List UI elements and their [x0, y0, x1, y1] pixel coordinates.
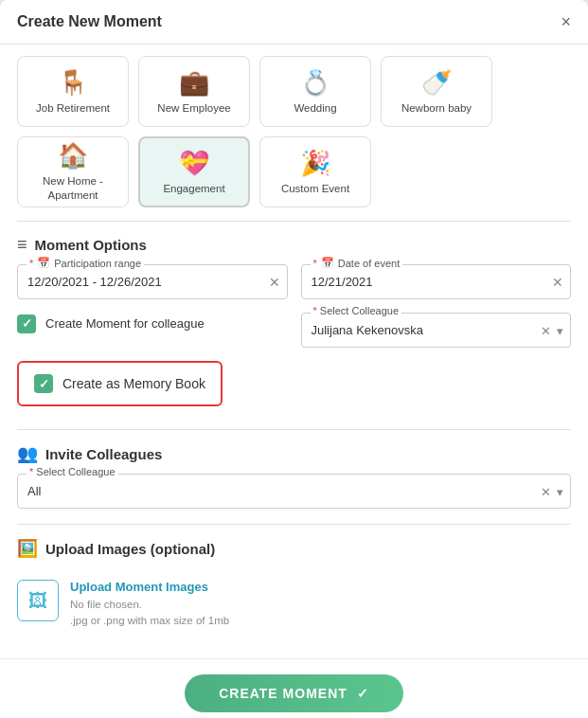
select-colleague-label: * Select Colleague — [311, 305, 402, 316]
newborn-label: Newborn baby — [401, 101, 472, 116]
new-employee-icon: 💼 — [179, 68, 209, 98]
all-colleagues-group: * Select Colleague All ✕ ▾ — [17, 474, 571, 509]
upload-hint: .jpg or .png with max size of 1mb — [70, 613, 229, 629]
all-colleagues-wrapper: * Select Colleague All ✕ ▾ — [17, 474, 571, 509]
new-home-label: New Home - Apartment — [26, 174, 120, 203]
wedding-icon: 💍 — [300, 68, 330, 98]
participation-range-label: * 📅 Participation range — [27, 257, 144, 269]
modal-title: Create New Moment — [17, 13, 162, 30]
upload-box: 🖼 Upload Moment Images No file chosen. .… — [17, 568, 571, 641]
modal-footer: CREATE MOMENT ✓ — [0, 658, 588, 719]
date-of-event-clear[interactable]: ✕ — [552, 275, 563, 290]
create-for-colleague-checkbox[interactable] — [17, 314, 36, 333]
modal-body: 🪑 Job Retirement 💼 New Employee 💍 Weddin… — [0, 45, 588, 658]
upload-image-icon: 🖼 — [28, 590, 47, 612]
event-card-new-employee[interactable]: 💼 New Employee — [138, 56, 250, 127]
upload-icon-box[interactable]: 🖼 — [17, 580, 59, 621]
event-types-row2: 🏠 New Home - Apartment 💝 Engagement 🎉 Cu… — [17, 136, 571, 207]
create-for-colleague-row: Create Moment for colleague — [17, 314, 205, 333]
upload-info: Upload Moment Images No file chosen. .jp… — [70, 580, 229, 630]
create-moment-button[interactable]: CREATE MOMENT ✓ — [185, 674, 403, 712]
engagement-icon: 💝 — [179, 149, 209, 178]
upload-section-title: Upload Images (optional) — [45, 541, 215, 557]
close-button[interactable]: × — [561, 13, 571, 30]
upload-section-header: 🖼️ Upload Images (optional) — [17, 524, 571, 568]
event-card-job-retirement[interactable]: 🪑 Job Retirement — [17, 56, 129, 127]
create-for-colleague-wrapper: Create Moment for colleague — [17, 313, 288, 348]
create-moment-check-icon: ✓ — [357, 686, 369, 701]
invite-colleagues-title: Invite Colleagues — [45, 446, 162, 462]
date-of-event-input[interactable] — [301, 264, 572, 299]
all-select-label: * Select Colleague — [27, 466, 118, 477]
engagement-label: Engagement — [163, 182, 224, 196]
modal-header: Create New Moment × — [0, 0, 588, 45]
create-moment-modal: Create New Moment × 🪑 Job Retirement 💼 N… — [0, 0, 588, 718]
participation-range-input[interactable] — [17, 264, 288, 299]
event-types-scroll: 🪑 Job Retirement 💼 New Employee 💍 Weddin… — [17, 45, 571, 211]
upload-label: Upload Moment Images — [70, 580, 229, 594]
event-card-engagement[interactable]: 💝 Engagement — [138, 136, 250, 207]
event-card-new-home[interactable]: 🏠 New Home - Apartment — [17, 136, 129, 207]
upload-no-file: No file chosen. — [70, 597, 229, 613]
upload-images-icon: 🖼️ — [17, 538, 38, 559]
participation-range-group: * 📅 Participation range ✕ — [17, 264, 288, 299]
select-colleague-group: * Select Colleague Julijana Kekenovska ✕… — [301, 313, 572, 348]
invite-colleagues-icon: 👥 — [17, 443, 38, 464]
date-of-event-label: * 📅 Date of event — [311, 257, 403, 269]
date-of-event-group: * 📅 Date of event ✕ — [301, 264, 572, 299]
create-moment-label: CREATE MOMENT — [219, 686, 347, 701]
all-colleagues-dropdown[interactable]: All — [17, 474, 571, 509]
event-types-row: 🪑 Job Retirement 💼 New Employee 💍 Weddin… — [17, 56, 571, 127]
select-colleague-dropdown[interactable]: Julijana Kekenovska — [301, 313, 572, 348]
memory-book-box: Create as Memory Book — [17, 361, 223, 406]
newborn-icon: 🍼 — [421, 68, 452, 98]
new-home-icon: 🏠 — [58, 141, 88, 171]
moment-options-title: Moment Options — [35, 237, 147, 253]
job-retirement-icon: 🪑 — [58, 68, 88, 98]
new-employee-label: New Employee — [157, 101, 230, 116]
custom-event-label: Custom Event — [281, 182, 349, 196]
create-for-colleague-label: Create Moment for colleague — [45, 316, 205, 331]
select-colleague-wrapper: * Select Colleague Julijana Kekenovska ✕… — [301, 313, 572, 348]
custom-event-icon: 🎉 — [300, 149, 330, 178]
date-row: * 📅 Participation range ✕ * 📅 Date of ev… — [17, 264, 571, 299]
event-card-newborn[interactable]: 🍼 Newborn baby — [381, 56, 492, 127]
moment-options-icon: ≡ — [17, 235, 27, 255]
memory-book-checkbox[interactable] — [34, 374, 53, 393]
wedding-label: Wedding — [294, 101, 336, 116]
memory-book-label: Create as Memory Book — [62, 376, 205, 391]
colleague-row: Create Moment for colleague * Select Col… — [17, 313, 571, 348]
event-card-custom-event[interactable]: 🎉 Custom Event — [259, 136, 371, 207]
job-retirement-label: Job Retirement — [36, 101, 110, 116]
participation-range-clear[interactable]: ✕ — [269, 275, 280, 290]
event-card-wedding[interactable]: 💍 Wedding — [259, 56, 371, 127]
